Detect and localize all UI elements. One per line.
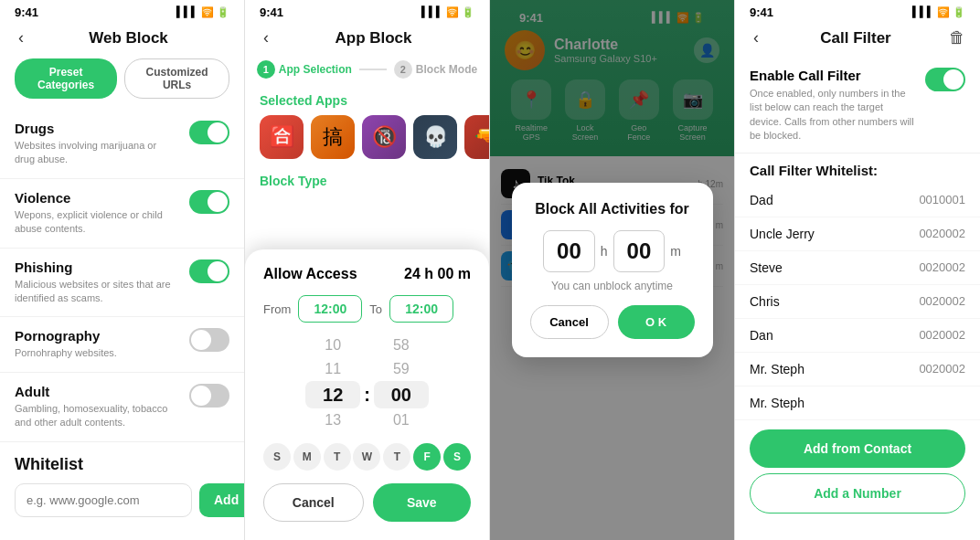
wifi-icon: 🛜	[201, 6, 214, 18]
toggle-pornography: Pornography Pornohraphy websites.	[0, 317, 244, 372]
from-time[interactable]: 12:00	[298, 295, 362, 323]
signal-icon: ▍▍▍	[176, 6, 198, 18]
add-contact-button[interactable]: Add from Contact	[750, 429, 965, 468]
toggle-drugs-info: Drugs Websites involving marijuana or dr…	[15, 121, 179, 167]
enable-info: Enable Call Filter Once enabled, only nu…	[750, 68, 918, 143]
toggle-pornography-info: Pornography Pornohraphy websites.	[15, 328, 117, 360]
back-button-4[interactable]: ‹	[750, 26, 762, 49]
toggle-adult-label: Adult	[15, 384, 179, 399]
bottom-btns: Cancel Save	[263, 483, 471, 522]
contact-dad: Dad 0010001	[735, 184, 980, 217]
hours-col: 10 11 12 13 14	[305, 334, 360, 434]
whitelist-section: Whitelist Add	[0, 442, 244, 517]
call-filter-title: Call Filter	[762, 29, 949, 48]
add-number-button[interactable]: Add a Number	[750, 473, 965, 514]
back-button-2[interactable]: ‹	[260, 26, 272, 49]
tab-customized[interactable]: Customized URLs	[124, 58, 229, 99]
toggle-drugs-switch[interactable]	[189, 121, 229, 144]
selected-apps-label: Selected Apps	[245, 88, 489, 115]
to-time[interactable]: 12:00	[389, 295, 453, 323]
day-thu[interactable]: T	[383, 443, 410, 471]
contact-dad-name: Dad	[750, 193, 773, 207]
toggle-adult-switch[interactable]	[189, 384, 229, 408]
contact-uncle-jerry-name: Uncle Jerry	[750, 227, 815, 241]
toggle-violence: Violence Wepons, explicit violence or ch…	[0, 179, 244, 249]
whitelist-input[interactable]	[15, 483, 192, 517]
modal-buttons: Cancel O K	[530, 305, 695, 339]
contact-steve-name: Steve	[750, 260, 783, 275]
app-block-header: ‹ App Block	[245, 21, 489, 57]
app-icon-2[interactable]: 搞	[311, 115, 355, 159]
web-block-title: Web Block	[27, 29, 229, 48]
tab-preset[interactable]: Preset Categories	[15, 58, 117, 99]
day-row: S M T W T F S	[263, 443, 471, 471]
cancel-button[interactable]: Cancel	[263, 483, 364, 522]
app-icon-5[interactable]: 🔫	[464, 115, 489, 159]
day-wed[interactable]: W	[353, 443, 380, 471]
modal-minutes-box: 00	[613, 230, 666, 272]
panel-app-block: 9:41 ▍▍▍ 🛜 🔋 ‹ App Block 1 App Selection…	[245, 0, 490, 540]
toggle-violence-label: Violence	[15, 190, 179, 206]
app-icon-4[interactable]: 💀	[413, 115, 457, 159]
time-1: 9:41	[15, 5, 38, 19]
call-filter-header: ‹ Call Filter 🗑	[735, 21, 980, 58]
battery-icon-4: 🔋	[953, 6, 965, 18]
save-button[interactable]: Save	[373, 483, 472, 522]
contact-chris-name: Chris	[750, 294, 780, 309]
allow-access-card: Allow Access 24 h 00 m From 12:00 To 12:…	[245, 249, 489, 540]
wifi-icon-2: 🛜	[446, 6, 459, 18]
toggle-violence-switch[interactable]	[189, 190, 229, 214]
step-2: 2 Block Mode	[394, 60, 477, 79]
enable-call-filter-toggle[interactable]	[925, 68, 965, 91]
battery-icon-2: 🔋	[462, 6, 474, 18]
modal-card: Block All Activities for 00 h 00 m You c…	[512, 183, 713, 357]
step-circle-2: 2	[394, 60, 412, 79]
whitelist-title: Whitelist	[15, 455, 229, 474]
app-icon-1[interactable]: 🈴	[260, 115, 304, 159]
toggle-drugs-label: Drugs	[15, 121, 179, 136]
toggle-drugs-desc: Websites involving marijuana or drug abu…	[15, 139, 179, 167]
whitelist-add-btn[interactable]: Add	[199, 483, 245, 517]
modal-subtitle: You can unblock anytime	[530, 280, 695, 292]
toggle-pornography-desc: Pornohraphy websites.	[15, 346, 117, 360]
time-colon: :	[364, 383, 370, 407]
contacts-list: Dad 0010001 Uncle Jerry 0020002 Steve 00…	[735, 184, 980, 420]
contact-mr-steph-2: Mr. Steph	[735, 386, 980, 420]
allow-access-time: 24 h 00 m	[404, 266, 471, 282]
signal-icon-2: ▍▍▍	[421, 6, 443, 18]
toggle-violence-info: Violence Wepons, explicit violence or ch…	[15, 190, 179, 237]
from-label: From	[263, 302, 291, 316]
toggle-adult: Adult Gambling, homosexuality, tobacco a…	[0, 373, 244, 442]
modal-cancel-button[interactable]: Cancel	[530, 305, 609, 339]
contact-steve: Steve 0020002	[735, 251, 980, 285]
allow-access-title: Allow Access	[263, 266, 357, 282]
toggle-pornography-switch[interactable]	[189, 328, 229, 352]
modal-ok-button[interactable]: O K	[618, 305, 695, 339]
app-icon-3[interactable]: 🔞	[362, 115, 406, 159]
allow-access-header: Allow Access 24 h 00 m	[263, 266, 471, 282]
time-scroller: 10 11 12 13 14 : 58 59 00 01 02	[263, 334, 471, 434]
contact-chris: Chris 0020002	[735, 285, 980, 319]
time-4: 9:41	[750, 5, 773, 19]
enable-title: Enable Call Filter	[750, 68, 918, 83]
day-mon[interactable]: M	[293, 443, 321, 471]
status-bar-4: 9:41 ▍▍▍ 🛜 🔋	[735, 0, 980, 21]
day-tue[interactable]: T	[324, 443, 351, 471]
status-icons-1: ▍▍▍ 🛜 🔋	[176, 6, 229, 18]
back-button-1[interactable]: ‹	[15, 26, 27, 49]
day-sat[interactable]: S	[443, 443, 471, 471]
day-sun[interactable]: S	[263, 443, 291, 471]
toggle-violence-desc: Wepons, explicit violence or child abuse…	[15, 208, 179, 237]
whitelist-input-row: Add	[15, 483, 229, 517]
toggle-adult-info: Adult Gambling, homosexuality, tobacco a…	[15, 384, 179, 430]
panel-call-filter: 9:41 ▍▍▍ 🛜 🔋 ‹ Call Filter 🗑 Enable Call…	[735, 0, 980, 540]
time-range-row: From 12:00 To 12:00	[263, 295, 471, 323]
toggle-phishing-switch[interactable]	[189, 259, 229, 283]
step-row: 1 App Selection 2 Block Mode	[245, 57, 489, 88]
contact-steve-number: 0020002	[919, 260, 965, 274]
day-fri[interactable]: F	[413, 443, 441, 471]
toggle-phishing-label: Phishing	[15, 259, 179, 275]
contact-uncle-jerry: Uncle Jerry 0020002	[735, 217, 980, 251]
panel-charlotte: 9:41 ▍▍▍ 🛜 🔋 😊 Charlotte Samsung Galaxy …	[490, 0, 735, 540]
trash-icon[interactable]: 🗑	[949, 28, 965, 48]
